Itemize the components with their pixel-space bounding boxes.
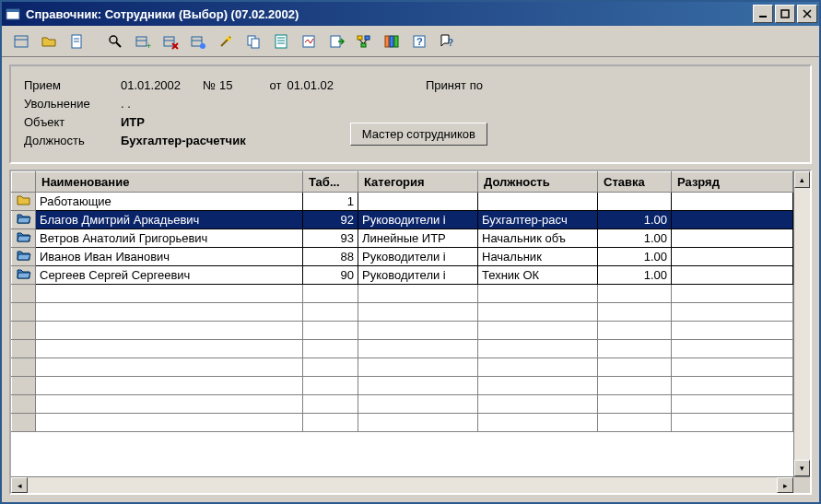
hire-label: Прием [24,78,121,92]
svg-rect-39 [394,36,398,47]
maximize-button[interactable] [775,5,795,23]
scroll-track[interactable] [794,188,810,460]
object-value: ИТР [121,115,145,129]
cell-name[interactable]: Ветров Анатолий Григорьевич [36,229,303,248]
col-grade[interactable]: Разряд [672,172,793,193]
toolbar-delete-row-icon[interactable] [158,29,182,53]
cell-tab[interactable]: 90 [303,266,358,285]
toolbar-columns-icon[interactable] [380,29,404,53]
col-name[interactable]: Наименование [36,172,303,193]
cell-category[interactable]: Руководители і [358,211,478,229]
toolbar-wizard-icon[interactable] [214,29,238,53]
toolbar-edit-row-icon[interactable] [186,29,210,53]
toolbar-copy-icon[interactable] [241,29,265,53]
table-row-empty [12,377,793,395]
table-row[interactable]: Работающие1 [12,193,793,211]
toolbar-search-icon[interactable] [103,29,127,53]
cell-rate[interactable] [598,193,672,211]
cell-name[interactable]: Иванов Иван Иванович [36,248,303,266]
position-value: Бухгалтер-расчетчик [121,134,246,147]
svg-rect-3 [781,10,789,18]
toolbar-history-icon[interactable] [297,29,321,53]
toolbar-move-icon[interactable] [324,29,348,53]
table-row[interactable]: Иванов Иван Иванович88Руководители іНача… [12,248,793,266]
cell-name[interactable]: Сергеев Сергей Сергеевич [36,266,303,285]
number-prefix: № [203,78,216,92]
toolbar-record-icon[interactable] [269,29,293,53]
minimize-button[interactable] [753,5,773,23]
svg-line-35 [359,40,363,43]
scroll-track-h[interactable] [28,477,777,493]
cell-rate[interactable]: 1.00 [598,266,672,285]
table-row[interactable]: Благов Дмитрий Аркадьевич92Руководители … [12,211,793,229]
cell-position[interactable]: Начальник объ [478,229,598,248]
cell-tab[interactable]: 1 [303,193,358,211]
cell-rate[interactable]: 1.00 [598,229,672,248]
col-rate[interactable]: Ставка [598,172,672,193]
cell-grade[interactable] [672,229,793,248]
table-row-empty [12,322,793,340]
cell-rate[interactable]: 1.00 [598,211,672,229]
cell-tab[interactable]: 92 [303,211,358,229]
svg-text:?: ? [416,36,423,47]
svg-rect-26 [276,35,287,48]
master-employees-button[interactable]: Мастер сотрудников [350,123,487,146]
table-row-empty [12,414,793,432]
svg-point-11 [110,36,117,43]
cell-position[interactable]: Техник ОК [478,266,598,285]
cell-category[interactable]: Руководители і [358,266,478,285]
col-category[interactable]: Категория [358,172,478,193]
hire-date: 01.01.2002 [121,78,181,92]
toolbar-card-icon[interactable] [9,29,33,53]
cell-category[interactable]: Линейные ИТР [358,229,478,248]
cell-rate[interactable]: 1.00 [598,248,672,266]
info-panel: Прием 01.01.2002 № 15 от 01.01.02 Принят… [9,64,812,164]
toolbar-folder-icon[interactable] [37,29,61,53]
from-label: от [270,78,282,92]
cell-grade[interactable] [672,211,793,229]
svg-rect-13 [136,37,147,46]
table-row[interactable]: Сергеев Сергей Сергеевич90Руководители і… [12,266,793,285]
scroll-right-icon[interactable]: ▸ [777,477,793,493]
col-icon[interactable] [12,172,36,193]
toolbar-document-icon[interactable] [65,29,88,53]
scroll-down-icon[interactable]: ▾ [794,460,810,476]
cell-position[interactable]: Начальник [478,248,598,266]
toolbar-tree-icon[interactable] [352,29,376,53]
svg-rect-34 [361,43,366,47]
cell-grade[interactable] [672,248,793,266]
object-label: Объект [24,115,121,129]
toolbar-help-icon[interactable]: ? [407,29,431,53]
cell-position[interactable] [478,193,598,211]
scroll-corner [793,477,810,494]
scroll-up-icon[interactable]: ▴ [794,171,810,188]
cell-tab[interactable]: 88 [303,248,358,266]
toolbar-add-row-icon[interactable]: + [131,29,155,53]
data-grid: Наименование Таб... Категория Должность … [9,170,812,495]
svg-line-12 [116,42,121,47]
table-row-empty [12,395,793,414]
cell-grade[interactable] [672,193,793,211]
cell-category[interactable]: Руководители і [358,248,478,266]
scroll-left-icon[interactable]: ◂ [11,477,28,493]
cell-grade[interactable] [672,266,793,285]
folder-icon [12,211,36,229]
cell-tab[interactable]: 93 [303,229,358,248]
grid-header: Наименование Таб... Категория Должность … [12,172,793,193]
folder-icon [12,266,36,285]
cell-name[interactable]: Работающие [36,193,303,211]
svg-point-22 [200,43,205,49]
col-tab[interactable]: Таб... [303,172,358,193]
horizontal-scrollbar[interactable]: ◂ ▸ [11,476,810,493]
cell-position[interactable]: Бухгалтер-расч [478,211,598,229]
cell-category[interactable] [358,193,478,211]
toolbar-whatsthis-icon[interactable]: ? [435,29,459,53]
col-position[interactable]: Должность [478,172,598,193]
close-button[interactable] [797,5,817,23]
vertical-scrollbar[interactable]: ▴ ▾ [793,171,810,476]
cell-name[interactable]: Благов Дмитрий Аркадьевич [36,211,303,229]
table-row[interactable]: Ветров Анатолий Григорьевич93Линейные ИТ… [12,229,793,248]
toolbar: + ? ? [2,26,819,57]
svg-rect-33 [365,36,369,40]
svg-line-36 [364,40,367,43]
